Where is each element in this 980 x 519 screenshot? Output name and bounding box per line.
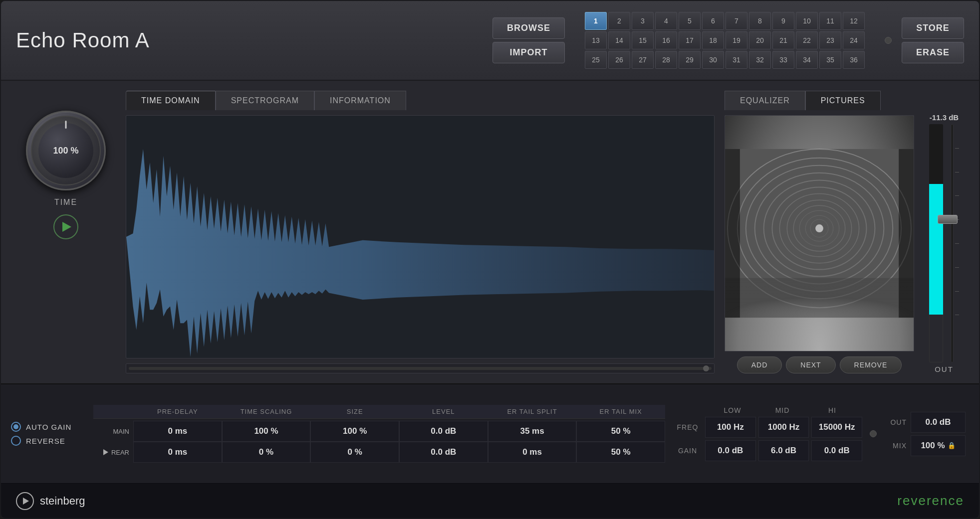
eq-gain-row: GAIN 0.0 dB 6.0 dB 0.0 dB — [673, 440, 862, 461]
preset-slot-14[interactable]: 14 — [608, 31, 630, 49]
time-knob[interactable]: 100 % — [26, 111, 106, 190]
main-row: MAIN 0 ms100 %100 %0.0 dB35 ms50 % — [93, 421, 665, 442]
steinberg-icon — [16, 492, 34, 510]
fader-handle[interactable] — [938, 215, 958, 224]
preset-slot-17[interactable]: 17 — [679, 31, 701, 49]
preset-slot-29[interactable]: 29 — [679, 51, 701, 69]
main-param-2[interactable]: 100 % — [310, 421, 399, 442]
tab-time-domain[interactable]: TIME DOMAIN — [126, 91, 216, 110]
footer: steinberg reverence — [1, 483, 979, 518]
eq-section: LOW MID HI FREQ 100 Hz 1000 Hz 15000 Hz … — [673, 406, 862, 461]
main-param-3[interactable]: 0.0 dB — [399, 421, 488, 442]
scrollbar[interactable] — [126, 363, 715, 373]
preset-slot-25[interactable]: 25 — [585, 51, 607, 69]
main-param-0[interactable]: 0 ms — [133, 421, 222, 442]
import-button[interactable]: IMPORT — [492, 42, 565, 63]
left-controls: 100 % TIME — [16, 91, 116, 373]
preset-slot-3[interactable]: 3 — [632, 12, 654, 30]
eq-gain-low[interactable]: 0.0 dB — [705, 440, 756, 461]
eq-gain-label: GAIN — [673, 447, 703, 455]
preset-slot-23[interactable]: 23 — [819, 31, 841, 49]
preset-slot-5[interactable]: 5 — [679, 12, 701, 30]
store-button[interactable]: STORE — [902, 17, 964, 39]
tab-spectrogram[interactable]: SPECTROGRAM — [216, 91, 314, 110]
db-value: -11.3 dB — [930, 113, 959, 122]
preset-slot-36[interactable]: 36 — [843, 51, 865, 69]
eq-tab-pictures[interactable]: PICTURES — [805, 91, 881, 110]
main-param-4[interactable]: 35 ms — [488, 421, 577, 442]
out-fader-section: -11.3 dB — [924, 91, 964, 373]
params-header: PRE-DELAYTIME SCALINGSIZELEVELER TAIL SP… — [93, 405, 665, 419]
preset-slot-13[interactable]: 13 — [585, 31, 607, 49]
eq-tabs: EQUALIZERPICTURES — [725, 91, 914, 110]
preset-slot-1[interactable]: 1 — [585, 12, 607, 30]
erase-button[interactable]: ERASE — [902, 42, 964, 63]
preset-slot-10[interactable]: 10 — [796, 12, 818, 30]
preset-slot-28[interactable]: 28 — [655, 51, 677, 69]
dot-indicator — [885, 37, 892, 44]
picture-display — [725, 115, 914, 351]
play-icon — [62, 222, 71, 232]
steinberg-text: steinberg — [40, 495, 85, 508]
rear-param-2[interactable]: 0 % — [310, 442, 399, 463]
preset-slot-6[interactable]: 6 — [702, 12, 724, 30]
preset-slot-35[interactable]: 35 — [819, 51, 841, 69]
browse-button[interactable]: BROWSE — [492, 17, 565, 39]
out-label: OUT — [935, 365, 954, 373]
rear-param-0[interactable]: 0 ms — [133, 442, 222, 463]
preset-slot-15[interactable]: 15 — [632, 31, 654, 49]
preset-slot-2[interactable]: 2 — [608, 12, 630, 30]
main-param-1[interactable]: 100 % — [222, 421, 311, 442]
preset-slot-21[interactable]: 21 — [772, 31, 794, 49]
main-param-5[interactable]: 50 % — [576, 421, 665, 442]
preset-slot-30[interactable]: 30 — [702, 51, 724, 69]
preset-slot-34[interactable]: 34 — [796, 51, 818, 69]
eq-freq-low[interactable]: 100 Hz — [705, 417, 756, 438]
svg-rect-16 — [899, 149, 914, 318]
preset-slot-32[interactable]: 32 — [749, 51, 771, 69]
reverse-radio[interactable] — [11, 436, 21, 446]
rear-param-3[interactable]: 0.0 dB — [399, 442, 488, 463]
play-button[interactable] — [53, 214, 78, 239]
eq-tab-equalizer[interactable]: EQUALIZER — [725, 91, 805, 110]
right-display: EQUALIZERPICTURES — [725, 91, 914, 373]
rear-param-5[interactable]: 50 % — [576, 442, 665, 463]
pic-btn-add[interactable]: ADD — [737, 356, 782, 373]
preset-slot-9[interactable]: 9 — [772, 12, 794, 30]
browse-import-group: BROWSE IMPORT — [492, 17, 565, 63]
pic-btn-remove[interactable]: REMOVE — [840, 356, 902, 373]
preset-slot-20[interactable]: 20 — [749, 31, 771, 49]
eq-freq-hi[interactable]: 15000 Hz — [811, 417, 862, 438]
reverse-label: REVERSE — [26, 437, 65, 445]
preset-slot-12[interactable]: 12 — [843, 12, 865, 30]
out-value[interactable]: 0.0 dB — [911, 412, 966, 433]
preset-slot-19[interactable]: 19 — [726, 31, 747, 49]
knob-indicator — [65, 121, 67, 129]
preset-slot-8[interactable]: 8 — [749, 12, 771, 30]
preset-slot-22[interactable]: 22 — [796, 31, 818, 49]
rear-param-1[interactable]: 0 % — [222, 442, 311, 463]
top-bar: Echo Room A BROWSE IMPORT 12345678910111… — [1, 1, 979, 81]
display-tabs: TIME DOMAINSPECTROGRAMINFORMATION — [126, 91, 715, 110]
param-header-time-scaling: TIME SCALING — [222, 405, 311, 418]
pic-btn-next[interactable]: NEXT — [786, 356, 835, 373]
preset-slot-33[interactable]: 33 — [772, 51, 794, 69]
preset-slot-16[interactable]: 16 — [655, 31, 677, 49]
eq-low-label: LOW — [708, 406, 757, 414]
preset-slot-11[interactable]: 11 — [819, 12, 841, 30]
preset-slot-18[interactable]: 18 — [702, 31, 724, 49]
eq-gain-mid[interactable]: 6.0 dB — [758, 440, 809, 461]
preset-slot-26[interactable]: 26 — [608, 51, 630, 69]
eq-freq-mid[interactable]: 1000 Hz — [758, 417, 809, 438]
preset-slot-31[interactable]: 31 — [726, 51, 747, 69]
rear-param-4[interactable]: 0 ms — [488, 442, 577, 463]
preset-slot-27[interactable]: 27 — [632, 51, 654, 69]
auto-gain-label: AUTO GAIN — [26, 423, 71, 431]
tab-information[interactable]: INFORMATION — [314, 91, 406, 110]
eq-gain-hi[interactable]: 0.0 dB — [811, 440, 862, 461]
preset-slot-7[interactable]: 7 — [726, 12, 747, 30]
preset-slot-24[interactable]: 24 — [843, 31, 865, 49]
mix-value[interactable]: 100 % 🔒 — [911, 435, 966, 456]
preset-slot-4[interactable]: 4 — [655, 12, 677, 30]
auto-gain-radio[interactable] — [11, 422, 21, 432]
